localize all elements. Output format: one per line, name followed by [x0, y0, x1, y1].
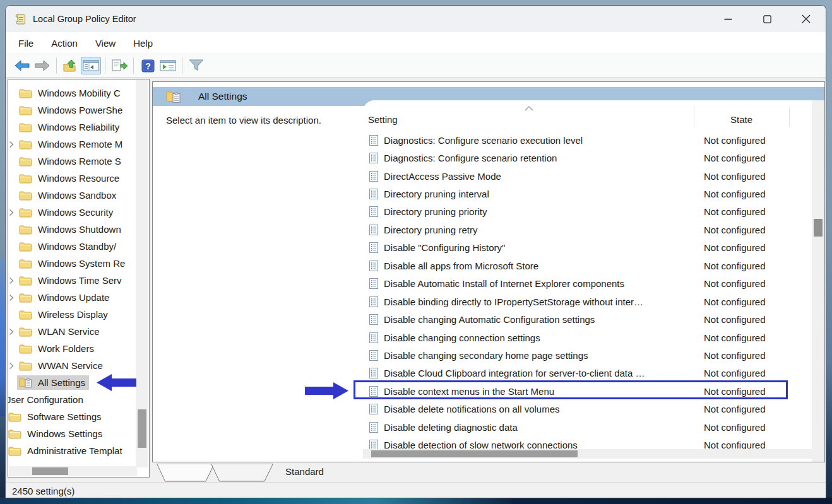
- tree-item-windows-shutdown[interactable]: Windows Shutdown: [8, 221, 136, 238]
- all-settings-icon: [19, 377, 33, 389]
- chevron-right-icon[interactable]: [9, 209, 17, 216]
- gpedit-scroll-icon: [15, 13, 27, 25]
- tree-item-label: Windows Reliability: [38, 122, 119, 132]
- setting-row[interactable]: Disable Cloud Clipboard integration for …: [363, 365, 824, 382]
- setting-row[interactable]: Disable Automatic Install of Internet Ex…: [363, 275, 824, 293]
- status-bar: 2450 setting(s): [6, 482, 826, 498]
- policy-setting-icon: [369, 242, 378, 253]
- tree-item-windows-settings[interactable]: Windows Settings: [8, 425, 136, 442]
- tree-vertical-scrollbar[interactable]: [136, 80, 148, 467]
- tree-item-windows-time-serv[interactable]: Windows Time Serv: [8, 272, 136, 289]
- tree-vertical-scrollbar-thumb[interactable]: [138, 409, 146, 448]
- setting-row[interactable]: Directory pruning intervalNot configured: [363, 185, 824, 202]
- tree-horizontal-scrollbar-thumb[interactable]: [32, 467, 68, 475]
- column-divider[interactable]: [694, 107, 694, 127]
- menu-view[interactable]: View: [86, 38, 124, 49]
- up-one-level-button[interactable]: [61, 57, 81, 74]
- setting-row[interactable]: Disable deleting diagnostic dataNot conf…: [363, 418, 824, 436]
- maximize-button[interactable]: [747, 6, 787, 32]
- tree-item-label: Jser Configuration: [8, 394, 83, 405]
- folder-icon: [19, 344, 33, 354]
- setting-state: Not configured: [704, 314, 766, 325]
- setting-row[interactable]: Disable "Configuring History"Not configu…: [363, 239, 824, 257]
- tree-item-windows-resource[interactable]: Windows Resource: [8, 170, 136, 187]
- tree-item-software-settings[interactable]: Software Settings: [8, 408, 136, 425]
- setting-row[interactable]: Disable changing Automatic Configuration…: [363, 310, 824, 328]
- filter-button[interactable]: [186, 57, 206, 74]
- setting-row[interactable]: Diagnostics: Configure scenario retentio…: [363, 149, 824, 167]
- setting-row[interactable]: DirectAccess Passive ModeNot configured: [363, 167, 824, 185]
- tree-item-wlan-service[interactable]: WLAN Service: [8, 323, 136, 340]
- folder-icon: [19, 242, 33, 252]
- setting-state: Not configured: [704, 135, 766, 146]
- chevron-right-icon[interactable]: [9, 277, 17, 284]
- tree-item-windows-mobility-c[interactable]: Windows Mobility C: [8, 85, 136, 102]
- setting-row[interactable]: Disable binding directly to IPropertySet…: [363, 293, 824, 310]
- chevron-right-icon[interactable]: [9, 294, 17, 302]
- menu-file[interactable]: File: [9, 38, 42, 49]
- tree-item-windows-standby-[interactable]: Windows Standby/: [8, 238, 136, 255]
- setting-row[interactable]: Disable changing connection settingsNot …: [363, 329, 824, 346]
- panel-title: All Settings: [198, 91, 247, 102]
- settings-list-panel: Setting State Diagnostics: Configure sce…: [363, 100, 824, 462]
- forward-button[interactable]: [32, 57, 52, 74]
- sort-ascending-icon[interactable]: [524, 105, 534, 112]
- tree-item-label: Windows Settings: [27, 428, 102, 439]
- tree-item-windows-sandbox[interactable]: Windows Sandbox: [8, 187, 136, 204]
- setting-row[interactable]: Diagnostics: Configure scenario executio…: [363, 131, 824, 149]
- list-vertical-scrollbar[interactable]: [812, 100, 824, 462]
- forward-arrow-icon: [34, 59, 51, 72]
- setting-state: Not configured: [704, 278, 766, 289]
- setting-row[interactable]: Directory pruning priorityNot configured: [363, 203, 824, 221]
- tree-item-wwan-service[interactable]: WWAN Service: [8, 357, 136, 374]
- tab-extended[interactable]: Extended: [157, 464, 215, 482]
- folder-icon: [19, 276, 33, 286]
- tree-item-windows-security[interactable]: Windows Security: [8, 204, 136, 221]
- list-vertical-scrollbar-thumb[interactable]: [814, 219, 823, 237]
- tree-item-work-folders[interactable]: Work Folders: [8, 340, 136, 357]
- column-header-setting[interactable]: Setting: [368, 114, 398, 125]
- column-header-state[interactable]: State: [694, 114, 789, 125]
- annotation-arrow-setting-row: [305, 382, 349, 400]
- show-action-pane-button[interactable]: [158, 57, 178, 74]
- tree-item-windows-remote-m[interactable]: Windows Remote M: [8, 136, 136, 153]
- tree-item-administrative-templat[interactable]: Administrative Templat: [8, 442, 136, 459]
- column-divider[interactable]: [789, 107, 790, 127]
- back-button[interactable]: [12, 57, 32, 74]
- setting-name: Disable detection of slow network connec…: [384, 440, 578, 449]
- setting-row[interactable]: Directory pruning retryNot configured: [363, 221, 824, 238]
- tab-standard[interactable]: Standard: [211, 464, 273, 482]
- show-console-tree-button[interactable]: [81, 57, 101, 74]
- tree-item-jser-configuration[interactable]: Jser Configuration: [8, 391, 136, 408]
- chevron-right-icon[interactable]: [9, 362, 17, 370]
- close-button[interactable]: [787, 6, 826, 32]
- policy-setting-icon: [369, 404, 378, 414]
- tree-item-windows-update[interactable]: Windows Update: [8, 289, 136, 306]
- list-horizontal-scrollbar[interactable]: [363, 449, 824, 459]
- setting-row[interactable]: Disable changing secondary home page set…: [363, 346, 824, 364]
- help-button[interactable]: ?: [138, 57, 158, 74]
- tree-horizontal-scrollbar[interactable]: [9, 466, 137, 476]
- policy-setting-icon: [369, 171, 378, 182]
- menu-action[interactable]: Action: [42, 38, 86, 49]
- tree-item-windows-powershe[interactable]: Windows PowerShe: [8, 102, 136, 119]
- tree-item-windows-remote-s[interactable]: Windows Remote S: [8, 153, 136, 170]
- list-horizontal-scrollbar-thumb[interactable]: [371, 450, 578, 457]
- tree-item-wireless-display[interactable]: Wireless Display: [8, 306, 136, 323]
- setting-state: Not configured: [704, 242, 766, 253]
- tree-item-label: Windows Time Serv: [38, 275, 122, 286]
- export-list-button[interactable]: [109, 57, 129, 74]
- tree-item-label: All Settings: [38, 377, 85, 388]
- minimize-button[interactable]: [708, 6, 747, 32]
- setting-name: Diagnostics: Configure scenario retentio…: [384, 153, 557, 163]
- tree-item-windows-reliability[interactable]: Windows Reliability: [8, 119, 136, 136]
- tree-item-windows-system-re[interactable]: Windows System Re: [8, 255, 136, 272]
- chevron-right-icon[interactable]: [9, 141, 17, 148]
- setting-name: Directory pruning interval: [384, 189, 489, 199]
- chevron-right-icon[interactable]: [9, 328, 17, 336]
- setting-row[interactable]: Disable delete notifications on all volu…: [363, 401, 824, 418]
- setting-row[interactable]: Disable all apps from Microsoft StoreNot…: [363, 257, 824, 274]
- setting-row[interactable]: Disable detection of slow network connec…: [363, 436, 824, 449]
- menu-help[interactable]: Help: [124, 38, 162, 49]
- setting-state: Not configured: [704, 440, 766, 449]
